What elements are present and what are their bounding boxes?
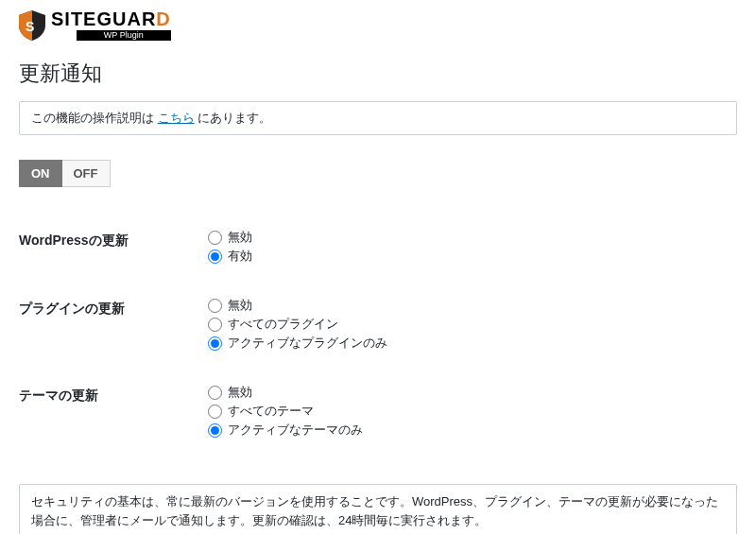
themes-active-radio[interactable]	[208, 423, 222, 438]
plugin-logo: S SITEGUARD WP Plugin	[19, 9, 737, 41]
wordpress-disable-radio[interactable]	[208, 231, 222, 245]
description-box: セキュリティの基本は、常に最新のバージョンを使用することです。WordPress…	[19, 484, 737, 534]
brand-text: SITEGUARD WP Plugin	[51, 9, 171, 41]
notice-prefix: この機能の操作説明は	[31, 111, 158, 125]
toggle-off-button[interactable]: OFF	[62, 160, 111, 187]
themes-disable-label: 無効	[228, 384, 252, 401]
brand-sub: WP Plugin	[77, 30, 171, 41]
toggle-group: ON OFF	[19, 160, 111, 187]
brand-name-left: SITEGUAR	[51, 9, 156, 29]
shield-icon: S	[19, 10, 45, 41]
themes-disable-radio[interactable]	[208, 386, 222, 400]
themes-active-row[interactable]: アクティブなテーマのみ	[208, 422, 737, 439]
wordpress-enable-radio[interactable]	[208, 250, 222, 264]
wordpress-enable-label: 有効	[228, 248, 252, 265]
notice-box: この機能の操作説明は こちら にあります。	[19, 101, 737, 135]
brand-name-right: D	[156, 9, 170, 29]
wordpress-disable-label: 無効	[228, 229, 252, 246]
themes-all-label: すべてのテーマ	[228, 403, 314, 420]
plugins-active-row[interactable]: アクティブなプラグインのみ	[208, 335, 737, 352]
plugins-all-radio[interactable]	[208, 318, 222, 332]
themes-disable-row[interactable]: 無効	[208, 384, 737, 401]
plugins-disable-radio[interactable]	[208, 299, 222, 313]
svg-text:S: S	[26, 19, 34, 34]
page-title: 更新通知	[19, 60, 737, 88]
row-label-themes: テーマの更新	[19, 380, 208, 467]
plugins-active-label: アクティブなプラグインのみ	[228, 335, 387, 352]
notice-suffix: にあります。	[195, 111, 272, 125]
settings-table: WordPressの更新 無効 有効 プラグインの更新 無効 すべてのプラグイン	[19, 225, 737, 467]
themes-all-radio[interactable]	[208, 405, 222, 419]
row-label-plugins: プラグインの更新	[19, 293, 208, 380]
wordpress-enable-row[interactable]: 有効	[208, 248, 737, 265]
plugins-all-row[interactable]: すべてのプラグイン	[208, 316, 737, 333]
row-label-wordpress: WordPressの更新	[19, 225, 208, 293]
plugins-disable-label: 無効	[228, 297, 252, 314]
plugins-active-radio[interactable]	[208, 336, 222, 351]
themes-all-row[interactable]: すべてのテーマ	[208, 403, 737, 420]
plugins-disable-row[interactable]: 無効	[208, 297, 737, 314]
plugins-all-label: すべてのプラグイン	[228, 316, 338, 333]
themes-active-label: アクティブなテーマのみ	[228, 422, 363, 439]
notice-link[interactable]: こちら	[158, 111, 195, 125]
wordpress-disable-row[interactable]: 無効	[208, 229, 737, 246]
toggle-on-button[interactable]: ON	[19, 160, 62, 187]
